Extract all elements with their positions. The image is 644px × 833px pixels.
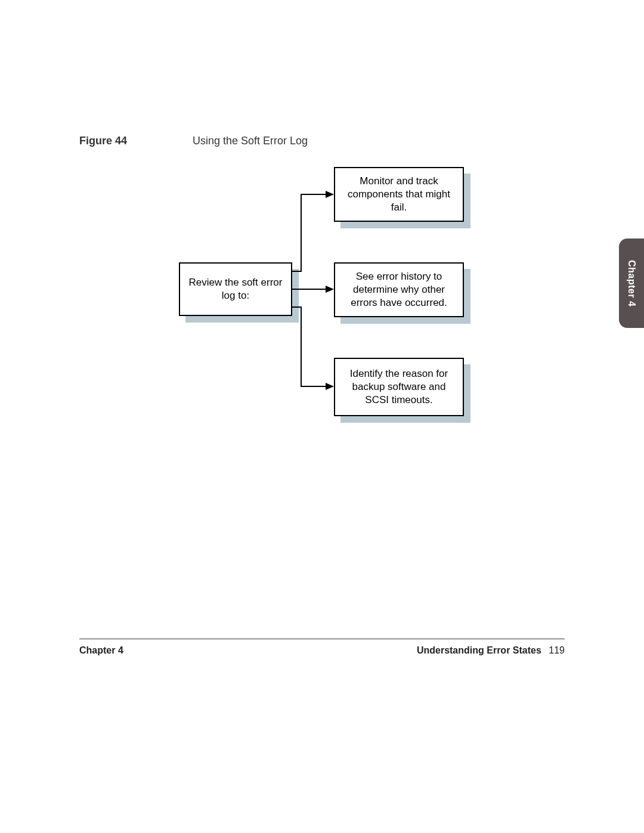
figure-label: Figure 44	[79, 135, 127, 147]
diagram-box-target-1: Monitor and track components that might …	[334, 167, 464, 222]
figure-header: Figure 44 Using the Soft Error Log	[79, 135, 308, 147]
diagram: Monitor and track components that might …	[179, 155, 513, 459]
side-tab-text: Chapter 4	[626, 260, 637, 306]
diagram-box-target-3: Identify the reason for backup software …	[334, 358, 464, 416]
figure-caption: Using the Soft Error Log	[193, 135, 308, 147]
diagram-box-text: Monitor and track components that might …	[342, 175, 456, 214]
diagram-box-target-2: See error history to determine why other…	[334, 262, 464, 317]
footer-title-page: Understanding Error States 119	[417, 645, 565, 656]
chapter-side-tab: Chapter 4	[619, 239, 644, 328]
diagram-box-source: Review the soft error log to:	[179, 262, 292, 316]
page-footer: Chapter 4 Understanding Error States 119	[79, 639, 565, 656]
diagram-box-text: See error history to determine why other…	[342, 270, 456, 309]
footer-page-number: 119	[549, 645, 565, 655]
diagram-box-text: Review the soft error log to:	[187, 276, 284, 302]
footer-chapter: Chapter 4	[79, 645, 123, 656]
footer-title: Understanding Error States	[417, 645, 541, 655]
diagram-box-text: Identify the reason for backup software …	[342, 367, 456, 407]
